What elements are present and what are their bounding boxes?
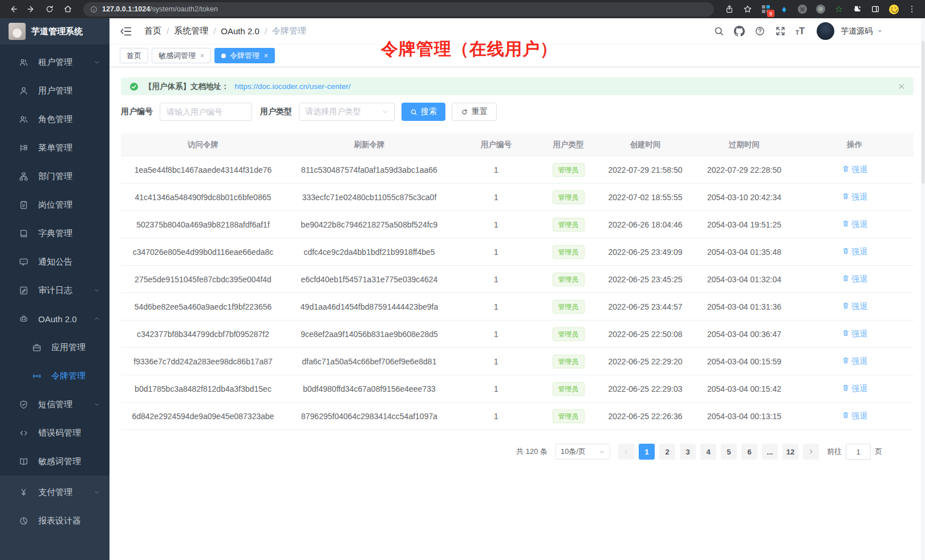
help-icon[interactable] bbox=[754, 26, 765, 36]
more-pages-button[interactable]: ... bbox=[762, 444, 778, 460]
sidebar-item-tenant[interactable]: 租户管理 bbox=[0, 48, 109, 76]
extension-record-icon[interactable] bbox=[813, 2, 828, 17]
user-type-cell: 管理员 bbox=[539, 273, 598, 286]
browser-back-icon[interactable] bbox=[6, 2, 21, 17]
search-icon[interactable] bbox=[713, 26, 724, 36]
sidebar-item-sensitive-word[interactable]: 敏感词管理 bbox=[0, 447, 109, 476]
url-bar[interactable]: 127.0.0.1:1024/system/oauth2/token bbox=[83, 2, 714, 17]
close-icon[interactable]: ✕ bbox=[898, 82, 905, 92]
page-button-2[interactable]: 2 bbox=[659, 444, 675, 460]
page-button-3[interactable]: 3 bbox=[680, 444, 696, 460]
user-type-cell: 管理员 bbox=[539, 245, 598, 259]
page-button-1[interactable]: 1 bbox=[639, 444, 655, 460]
goto-page-input[interactable] bbox=[846, 444, 871, 460]
force-logout-button[interactable]: 强退 bbox=[842, 192, 867, 202]
sidebar-item-report-designer[interactable]: 报表设计器 bbox=[0, 506, 109, 535]
bookmark-star-icon[interactable] bbox=[740, 2, 755, 17]
user-type-cell: 管理员 bbox=[539, 327, 598, 341]
close-icon[interactable]: × bbox=[264, 52, 268, 60]
tab-label: 敏感词管理 bbox=[159, 51, 196, 61]
extension-command-icon[interactable]: ⌘ bbox=[795, 2, 810, 17]
force-logout-button[interactable]: 强退 bbox=[842, 247, 867, 257]
fullscreen-icon[interactable] bbox=[775, 26, 786, 36]
page-button-12[interactable]: 12 bbox=[782, 444, 798, 460]
page-button-5[interactable]: 5 bbox=[721, 444, 737, 460]
force-logout-button[interactable]: 强退 bbox=[842, 274, 867, 285]
browser-reload-icon[interactable] bbox=[42, 2, 57, 17]
force-logout-button[interactable]: 强退 bbox=[842, 411, 867, 421]
sidebar-item-audit[interactable]: 审计日志 bbox=[0, 276, 109, 305]
browser-menu-icon[interactable] bbox=[904, 2, 919, 17]
table-header-label: 操作 bbox=[847, 140, 862, 150]
page-scrollbar[interactable] bbox=[921, 18, 925, 560]
tab-label: 首页 bbox=[127, 51, 141, 61]
sidebar-item-sms[interactable]: 短信管理 bbox=[0, 390, 109, 419]
app-logo-bar[interactable]: 芋道管理系统 bbox=[0, 18, 109, 44]
extension-grid-icon[interactable]: 9 bbox=[758, 2, 773, 17]
refresh-token-cell: e6cfd40eb1f54571a31e775e039c4624 bbox=[285, 275, 453, 284]
sidebar-item-notice[interactable]: 通知公告 bbox=[0, 247, 109, 276]
page-button-6[interactable]: 6 bbox=[741, 444, 757, 460]
refresh-token-cell: 811c530487574fa0af1a59d3abc1aa66 bbox=[285, 165, 453, 175]
extension-star-icon[interactable]: ☆ bbox=[831, 2, 846, 17]
force-logout-button[interactable]: 强退 bbox=[842, 384, 867, 394]
sidebar-item-post[interactable]: 岗位管理 bbox=[0, 190, 109, 219]
extension-gem-icon[interactable]: ♦ bbox=[777, 2, 792, 17]
force-logout-button[interactable]: 强退 bbox=[842, 329, 867, 339]
sidebar-item-menu[interactable]: 菜单管理 bbox=[0, 133, 109, 162]
prev-page-button[interactable] bbox=[618, 444, 634, 460]
sidebar-item-dict[interactable]: 字典管理 bbox=[0, 219, 109, 247]
sidebar-collapse-icon[interactable] bbox=[120, 25, 132, 38]
sidebar: 芋道管理系统 租户管理用户管理角色管理菜单管理部门管理岗位管理字典管理通知公告审… bbox=[0, 18, 109, 560]
extensions-puzzle-icon[interactable] bbox=[850, 2, 865, 17]
next-page-button[interactable] bbox=[803, 444, 819, 460]
breadcrumb-item[interactable]: 系统管理 bbox=[174, 26, 208, 36]
force-logout-button[interactable]: 强退 bbox=[842, 165, 867, 175]
header-actions: TT 芋道源码 bbox=[713, 22, 882, 40]
cell-value: 6d842e2924594de9a09e45e087323abe bbox=[132, 412, 274, 421]
sidebar-item-oauth2-token[interactable]: 令牌管理 bbox=[0, 362, 109, 390]
breadcrumb-item[interactable]: OAuth 2.0 bbox=[221, 26, 259, 36]
chevron-down-icon[interactable] bbox=[878, 30, 882, 35]
sidebar-item-errcode[interactable]: 错误码管理 bbox=[0, 419, 109, 447]
font-size-icon[interactable]: TT bbox=[796, 27, 805, 36]
tab-敏感词管理[interactable]: 敏感词管理× bbox=[152, 48, 211, 63]
smiley-extension-icon[interactable] bbox=[886, 2, 901, 17]
force-logout-button[interactable]: 强退 bbox=[842, 220, 867, 230]
table-header-cell: 访问令牌 bbox=[121, 140, 285, 150]
scrollbar-thumb[interactable] bbox=[922, 41, 924, 184]
table-row: 54d6be82ee5a460a9aedc1f9bf22365649d1aa46… bbox=[121, 293, 914, 320]
sidebar-item-dept[interactable]: 部门管理 bbox=[0, 162, 109, 190]
tab-首页[interactable]: 首页 bbox=[120, 48, 148, 63]
cell-value: 1 bbox=[494, 412, 498, 421]
user-id-input[interactable] bbox=[160, 103, 252, 121]
user-type-select[interactable]: 请选择用户类型 bbox=[299, 103, 395, 121]
github-icon[interactable] bbox=[734, 26, 745, 36]
force-logout-button[interactable]: 强退 bbox=[842, 302, 867, 312]
reset-button[interactable]: 重置 bbox=[452, 103, 497, 121]
share-icon[interactable] bbox=[722, 2, 737, 17]
page-size-select[interactable]: 10条/页 bbox=[555, 444, 610, 460]
doc-link[interactable]: https://doc.iocoder.cn/user-center/ bbox=[235, 82, 351, 91]
sidebar-item-pay[interactable]: 支付管理 bbox=[0, 478, 109, 506]
browser-home-icon[interactable] bbox=[60, 2, 75, 17]
close-icon[interactable]: × bbox=[200, 52, 204, 60]
sidebar-item-role[interactable]: 角色管理 bbox=[0, 105, 109, 133]
action-label: 强退 bbox=[851, 274, 867, 285]
search-button[interactable]: 搜索 bbox=[401, 103, 445, 121]
sidebar-item-oauth2-app[interactable]: 应用管理 bbox=[0, 333, 109, 362]
page-button-4[interactable]: 4 bbox=[700, 444, 716, 460]
browser-forward-icon[interactable] bbox=[24, 2, 39, 17]
user-avatar[interactable] bbox=[817, 22, 834, 40]
sidebar-item-user[interactable]: 用户管理 bbox=[0, 76, 109, 105]
sidebar-toggle-icon[interactable] bbox=[868, 2, 883, 17]
user-type-tag: 管理员 bbox=[553, 382, 585, 396]
breadcrumb-item[interactable]: 首页 bbox=[144, 26, 161, 36]
user-id-label: 用户编号 bbox=[121, 107, 153, 117]
table-header-label: 创建时间 bbox=[630, 140, 661, 150]
user-type-cell: 管理员 bbox=[539, 190, 598, 204]
tab-令牌管理[interactable]: 令牌管理× bbox=[214, 48, 275, 63]
sidebar-item-oauth2[interactable]: OAuth 2.0 bbox=[0, 305, 109, 333]
force-logout-button[interactable]: 强退 bbox=[842, 356, 867, 367]
site-info-icon[interactable] bbox=[90, 6, 98, 13]
